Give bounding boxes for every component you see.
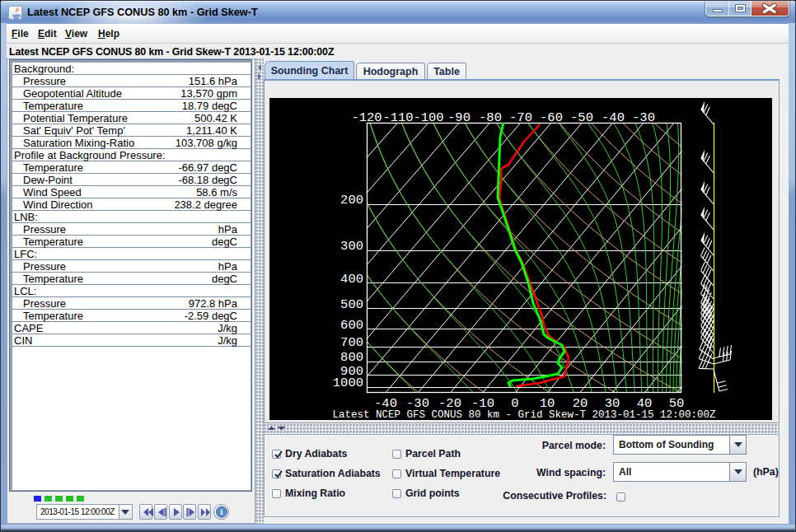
svg-text:-100: -100 [413, 110, 443, 125]
svg-text:Latest NCEP GFS CONUS 80 km -: Latest NCEP GFS CONUS 80 km - Grid Skew-… [332, 409, 716, 420]
svg-text:-30: -30 [632, 110, 655, 125]
svg-text:400: 400 [340, 272, 363, 287]
svg-text:-50: -50 [570, 110, 593, 125]
svg-text:-90: -90 [447, 110, 471, 125]
svg-text:-110: -110 [382, 110, 413, 125]
svg-text:-120: -120 [351, 110, 382, 125]
svg-text:600: 600 [340, 318, 363, 333]
svg-text:-40: -40 [602, 110, 625, 125]
svg-text:300: 300 [340, 239, 363, 254]
svg-text:800: 800 [340, 350, 363, 365]
svg-text:-70: -70 [509, 110, 532, 125]
svg-text:1000: 1000 [333, 376, 363, 390]
svg-text:700: 700 [340, 335, 363, 350]
svg-text:-60: -60 [540, 110, 563, 125]
svg-text:500: 500 [340, 297, 363, 312]
svg-text:i: i [221, 507, 223, 516]
svg-text:-80: -80 [479, 110, 502, 125]
svg-text:200: 200 [340, 193, 363, 208]
